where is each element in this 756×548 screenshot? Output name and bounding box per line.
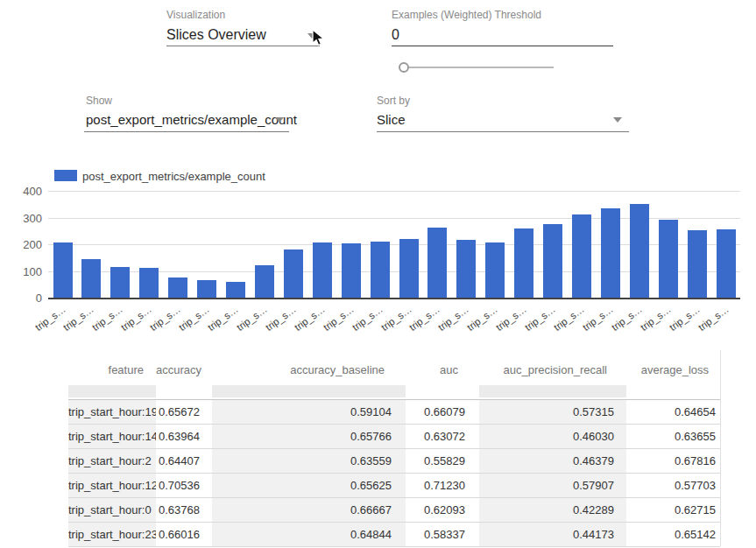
bar[interactable]: [313, 242, 332, 298]
bar[interactable]: [255, 265, 274, 298]
table-cell: 0.65625: [212, 474, 406, 497]
sortby-select-underline: [377, 131, 629, 132]
column-header[interactable]: accuracy: [156, 350, 212, 383]
bar[interactable]: [226, 282, 245, 298]
table-row: trip_start_hour:230.660160.648440.583370…: [68, 523, 720, 547]
x-axis-line: [48, 298, 740, 299]
visualization-value: Slices Overview: [166, 27, 266, 43]
table-cell: 0.63559: [212, 449, 406, 473]
bar[interactable]: [197, 280, 216, 298]
y-axis-tick-label: 100: [16, 265, 42, 278]
table-cell: 0.44173: [479, 523, 626, 546]
threshold-underline: [392, 46, 613, 46]
table-cell: 0.64844: [212, 523, 406, 546]
table-row: trip_start_hour:120.705360.656250.712300…: [68, 474, 720, 498]
column-header[interactable]: feature: [68, 350, 156, 383]
table-cell: trip_start_hour:19: [68, 400, 156, 424]
bar[interactable]: [168, 278, 187, 298]
filter-cell: [156, 383, 212, 399]
table-cell: 0.64407: [156, 449, 212, 473]
bar[interactable]: [456, 240, 476, 298]
chevron-down-icon: [275, 117, 284, 123]
table-cell: 0.58337: [406, 523, 479, 546]
filter-cell: [479, 383, 626, 399]
bar[interactable]: [688, 230, 707, 298]
table-right-border: [720, 350, 721, 546]
table-row: trip_start_hour:20.644070.635590.558290.…: [68, 449, 720, 474]
table-filter-row: [68, 383, 720, 399]
bar[interactable]: [284, 249, 303, 298]
table-cell: 0.66667: [212, 498, 406, 522]
bar[interactable]: [342, 243, 361, 298]
table-cell: 0.57907: [479, 474, 626, 497]
table-cell: 0.57703: [626, 474, 720, 497]
table-cell: 0.55829: [406, 449, 479, 473]
bar[interactable]: [139, 268, 159, 298]
table-cell: 0.65672: [156, 400, 212, 424]
legend-swatch: [54, 170, 77, 181]
table-cell: 0.63964: [156, 425, 212, 448]
column-header[interactable]: average_loss: [626, 350, 720, 383]
table-cell: 0.66016: [156, 523, 212, 546]
bar[interactable]: [399, 239, 419, 298]
filter-cell: [626, 383, 720, 399]
bar[interactable]: [543, 224, 562, 298]
table-cell: 0.63768: [156, 498, 212, 522]
table-cell: 0.67816: [626, 449, 720, 473]
table-cell: 0.62093: [406, 498, 479, 522]
bar[interactable]: [514, 228, 533, 298]
metric-select-value: post_export_metrics/example_count: [86, 112, 297, 127]
y-axis-tick-label: 0: [16, 292, 42, 305]
table-cell: 0.63655: [626, 425, 720, 448]
filter-cell: [212, 383, 406, 399]
y-axis-tick-label: 400: [16, 185, 42, 198]
table-cell: 0.66079: [406, 400, 479, 424]
column-filter-input[interactable]: [68, 385, 156, 397]
table-cell: trip_start_hour:12: [68, 474, 156, 497]
table-cell: 0.70536: [156, 474, 212, 497]
table-cell: 0.71230: [406, 474, 479, 497]
bar[interactable]: [371, 242, 390, 298]
bar[interactable]: [110, 267, 130, 298]
slider-track[interactable]: [399, 67, 554, 68]
gridline: [48, 191, 740, 192]
table-cell: 0.65766: [212, 425, 406, 448]
metrics-table: featureaccuracyaccuracy_baselineaucauc_p…: [68, 350, 720, 547]
table-row: trip_start_hour:140.639640.657660.630720…: [68, 425, 720, 449]
mouse-cursor-icon: [312, 29, 325, 47]
table-cell: trip_start_hour:2: [68, 449, 156, 473]
slider-thumb-icon[interactable]: [399, 62, 409, 73]
bar[interactable]: [601, 208, 620, 298]
column-header[interactable]: auc_precision_recall: [479, 350, 626, 383]
bar[interactable]: [630, 204, 649, 298]
table-row: trip_start_hour:00.637680.666670.620930.…: [68, 498, 720, 523]
filter-cell: [68, 383, 156, 399]
bar[interactable]: [659, 220, 678, 298]
column-filter-input[interactable]: [212, 385, 406, 397]
table-row: trip_start_hour:190.656720.591040.660790…: [68, 399, 720, 425]
sortby-label: Sort by: [377, 95, 410, 107]
column-filter-input[interactable]: [479, 385, 626, 397]
legend-label: post_export_metrics/example_count: [82, 170, 265, 183]
bar[interactable]: [572, 214, 591, 298]
table-cell: 0.65142: [626, 523, 720, 546]
column-header[interactable]: auc: [406, 350, 479, 383]
threshold-label: Examples (Weighted) Threshold: [392, 9, 541, 21]
threshold-input[interactable]: 0: [392, 27, 399, 43]
bar[interactable]: [53, 242, 73, 298]
filter-cell: [406, 383, 479, 399]
table-cell: 0.57315: [479, 400, 626, 424]
bar[interactable]: [81, 259, 101, 298]
table-cell: 0.64654: [626, 400, 720, 424]
table-cell: 0.63072: [406, 425, 479, 448]
column-header[interactable]: accuracy_baseline: [212, 350, 406, 383]
bar[interactable]: [485, 242, 505, 298]
y-axis-tick-label: 300: [16, 212, 42, 225]
table-cell: 0.46030: [479, 425, 626, 448]
bar[interactable]: [427, 228, 447, 298]
table-cell: trip_start_hour:0: [68, 498, 156, 522]
chevron-down-icon: [613, 117, 622, 123]
metric-select-underline: [84, 131, 289, 132]
table-header-row: featureaccuracyaccuracy_baselineaucauc_p…: [68, 350, 720, 383]
bar[interactable]: [717, 229, 736, 298]
